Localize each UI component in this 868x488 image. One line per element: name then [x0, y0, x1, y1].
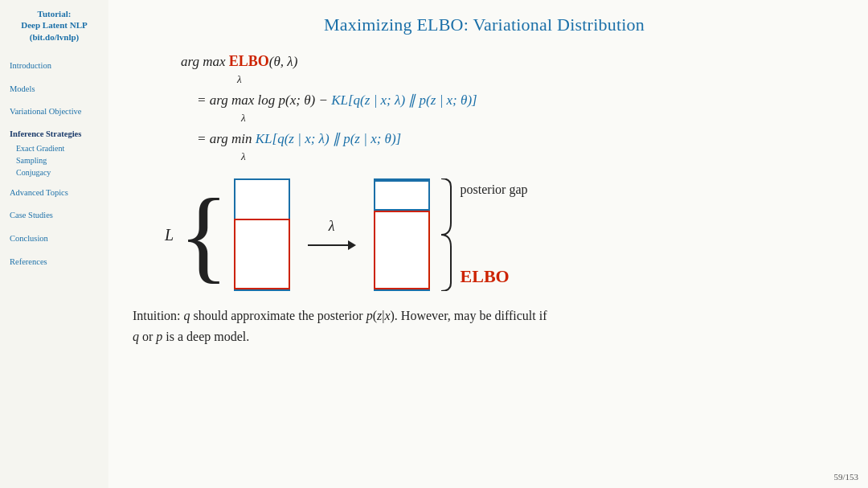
- diagram-area: L { λ: [165, 170, 836, 299]
- l-label: L: [165, 226, 174, 244]
- main-content: Maximizing ELBO: Variational Distributio…: [108, 0, 868, 488]
- sidebar-item-variational-objective[interactable]: Variational Objective: [6, 105, 102, 119]
- right-curly-brace: [438, 178, 454, 291]
- arrow-area: λ: [308, 218, 356, 252]
- sidebar-item-references[interactable]: References: [6, 255, 102, 270]
- right-bar-blue-top: [374, 180, 430, 211]
- right-bar: [374, 178, 430, 291]
- math-content: arg max ELBO(θ, λ) λ = arg max log p(x; …: [133, 47, 836, 477]
- sidebar-item-introduction[interactable]: Introduction: [6, 59, 102, 74]
- sidebar-item-advanced-topics[interactable]: Advanced Topics: [6, 186, 102, 201]
- left-bar-red: [234, 219, 290, 289]
- sidebar-item-conclusion[interactable]: Conclusion: [6, 232, 102, 247]
- intuition-text: Intuition: q should approximate the post…: [133, 306, 836, 347]
- math-line-1: arg max ELBO(θ, λ) λ: [181, 47, 836, 90]
- sidebar-item-conjugacy[interactable]: Conjugacy: [6, 167, 102, 178]
- lambda-label: λ: [329, 218, 335, 235]
- elbo-diagram-label: ELBO: [461, 266, 528, 287]
- left-bar: [234, 178, 290, 291]
- page-number: 59/153: [833, 472, 858, 482]
- slide-title: Maximizing ELBO: Variational Distributio…: [133, 14, 836, 35]
- math-line-2: = arg max log p(x; θ) − KL[q(z | x; λ) ∥…: [197, 87, 836, 129]
- sidebar: Tutorial: Deep Latent NLP (bit.do/lvnlp)…: [0, 0, 108, 488]
- sidebar-item-inference-strategies[interactable]: Inference Strategies: [6, 127, 102, 141]
- arrow-right: [308, 238, 356, 252]
- sidebar-item-sampling[interactable]: Sampling: [6, 155, 102, 166]
- sidebar-item-models[interactable]: Models: [6, 82, 102, 97]
- posterior-gap-label: posterior gap: [461, 182, 528, 197]
- sidebar-item-case-studies[interactable]: Case Studies: [6, 208, 102, 223]
- math-line-3: = arg min KL[q(z | x; λ) ∥ p(z | x; θ)] …: [197, 125, 836, 167]
- sidebar-item-exact-gradient[interactable]: Exact Gradient: [6, 143, 102, 154]
- sidebar-title: Tutorial: Deep Latent NLP (bit.do/lvnlp): [6, 8, 102, 43]
- right-bar-red: [374, 211, 430, 289]
